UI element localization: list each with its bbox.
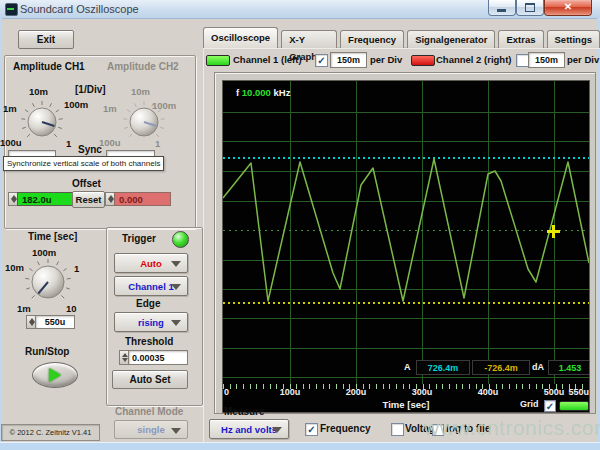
- channel-mode-dropdown[interactable]: single: [114, 420, 188, 439]
- time-title: Time [sec]: [28, 231, 77, 242]
- tab-extras[interactable]: Extras: [498, 30, 543, 48]
- frequency-checkbox[interactable]: ✓: [305, 423, 318, 436]
- freq-value: 10.000: [242, 87, 271, 98]
- knob-label: 1m: [3, 103, 17, 114]
- channel1-checkbox[interactable]: ✓: [315, 54, 328, 67]
- meas-b-value: -726.4m: [472, 360, 530, 375]
- x-tick-label: 0: [224, 387, 229, 397]
- x-tick-label: 300u: [408, 387, 436, 397]
- threshold-label: Threshold: [125, 336, 173, 347]
- check-icon: ✓: [317, 56, 325, 65]
- grid-label: Grid: [520, 399, 539, 409]
- offset-ch2-field[interactable]: 0.000: [114, 192, 171, 206]
- meas-a-label: A: [404, 362, 411, 372]
- measure-label: Measure: [224, 406, 265, 417]
- maximize-button[interactable]: [516, 0, 544, 16]
- knob-label: 1: [66, 138, 71, 149]
- sync-tooltip: Synchronize vertical scale of both chann…: [3, 156, 164, 171]
- edge-label: Edge: [136, 298, 160, 309]
- meas-a-value: 726.4m: [416, 360, 470, 375]
- amplitude-ch1-title: Amplitude CH1: [13, 61, 85, 72]
- scope-display[interactable]: f 10.000 kHz A 726.4m -726.4m dA 1.453 0…: [222, 80, 590, 413]
- meas-da-label: dA: [532, 362, 544, 372]
- knob-label: 10m: [131, 86, 150, 97]
- play-icon: [49, 368, 61, 382]
- grid-checkbox[interactable]: ✓: [544, 400, 556, 412]
- tab-settings[interactable]: Settings: [547, 30, 600, 48]
- knob-label: 100m: [32, 247, 56, 258]
- check-icon: ✓: [307, 425, 315, 434]
- waveform-plot: [223, 81, 589, 391]
- knob-label: 10m: [5, 262, 24, 273]
- window-title: Soundcard Oszilloscope: [20, 3, 139, 15]
- knob-label: 1: [74, 263, 79, 274]
- title-bar: Soundcard Oszilloscope ✕: [0, 0, 600, 19]
- channel2-scale-field[interactable]: 150m: [528, 52, 565, 68]
- channel1-label: Channel 1 (left): [233, 54, 302, 65]
- window-border-left: [0, 18, 2, 442]
- channel2-color-swatch[interactable]: [411, 55, 435, 66]
- waveform: [223, 159, 589, 301]
- run-stop-label: Run/Stop: [25, 346, 69, 357]
- knob-label: 1: [155, 138, 160, 149]
- knob-label: 100u: [99, 137, 121, 148]
- check-icon: ✓: [546, 402, 554, 411]
- channel2-per-div-label: per Div: [567, 54, 599, 65]
- trigger-edge-dropdown[interactable]: rising: [114, 312, 188, 332]
- trigger-mode-dropdown[interactable]: Auto: [114, 253, 188, 273]
- sync-label: Sync: [78, 144, 102, 155]
- watermark: www.cntronics.com: [424, 416, 600, 440]
- threshold-field[interactable]: 0.00035: [128, 350, 188, 365]
- tab-xy-graph[interactable]: X-Y Graph: [281, 30, 337, 48]
- trigger-title: Trigger: [122, 233, 156, 244]
- time-knob[interactable]: [24, 258, 72, 306]
- offset-label: Offset: [72, 178, 101, 189]
- app-icon: [5, 3, 18, 16]
- frequency-checkbox-label: Frequency: [320, 423, 371, 434]
- x-axis-title: Time [sec]: [371, 399, 441, 410]
- tab-oscilloscope[interactable]: Oscilloscope: [203, 27, 278, 48]
- offset-ch1-field[interactable]: 182.0u: [17, 192, 74, 206]
- minimize-button[interactable]: [488, 0, 516, 16]
- knob-label: 100m: [152, 100, 176, 111]
- meas-da-value: 1.453: [548, 360, 590, 375]
- x-tick-label: 200u: [342, 387, 370, 397]
- app-window: Soundcard Oszilloscope ✕ Exit Amplitude …: [0, 0, 600, 450]
- x-tick-label: 400u: [474, 387, 502, 397]
- close-icon: ✕: [545, 1, 591, 12]
- tab-bar: Oscilloscope X-Y Graph Frequency Signalg…: [203, 27, 600, 48]
- frequency-readout: f 10.000 kHz: [236, 87, 290, 98]
- knob-label: 100u: [0, 137, 22, 148]
- auto-set-button[interactable]: Auto Set: [112, 370, 188, 389]
- offset-reset-button[interactable]: Reset: [72, 191, 105, 208]
- knob-label: 1m: [17, 303, 31, 314]
- channel1-scale-field[interactable]: 150m: [330, 52, 367, 68]
- trigger-source-dropdown[interactable]: Channel 1: [114, 276, 188, 296]
- minimize-icon: [497, 9, 506, 12]
- time-value-field[interactable]: 550u: [35, 315, 75, 329]
- amplitude-ch1-knob[interactable]: [20, 100, 64, 144]
- channel-mode-label: Channel Mode: [115, 406, 183, 417]
- maximize-icon: [525, 3, 535, 12]
- tab-frequency[interactable]: Frequency: [340, 30, 404, 48]
- grid-color-swatch[interactable]: [559, 401, 589, 411]
- trigger-led: [172, 231, 189, 248]
- channel2-label: Channel 2 (right): [436, 54, 511, 65]
- x-tick-label: 100u: [276, 387, 304, 397]
- voltage-checkbox[interactable]: [391, 423, 404, 436]
- cursor-crosshair-icon[interactable]: [552, 225, 555, 238]
- copyright-label: © 2012 C. Zeitnitz V1.41: [1, 424, 100, 441]
- measure-mode-dropdown[interactable]: Hz and volts: [209, 419, 289, 439]
- tab-signalgenerator[interactable]: Signalgenerator: [407, 30, 495, 48]
- per-div-unit-label: [1/Div]: [75, 84, 106, 95]
- window-border-bottom: [0, 442, 600, 450]
- exit-button[interactable]: Exit: [18, 30, 74, 49]
- freq-prefix: f: [236, 87, 239, 98]
- amplitude-ch2-title: Amplitude CH2: [107, 61, 179, 72]
- run-stop-button[interactable]: [32, 362, 78, 388]
- channel1-color-swatch[interactable]: [206, 55, 230, 66]
- knob-label: 10m: [29, 86, 48, 97]
- freq-unit: kHz: [274, 87, 291, 98]
- close-button[interactable]: ✕: [544, 0, 592, 16]
- knob-label: 100m: [64, 99, 88, 110]
